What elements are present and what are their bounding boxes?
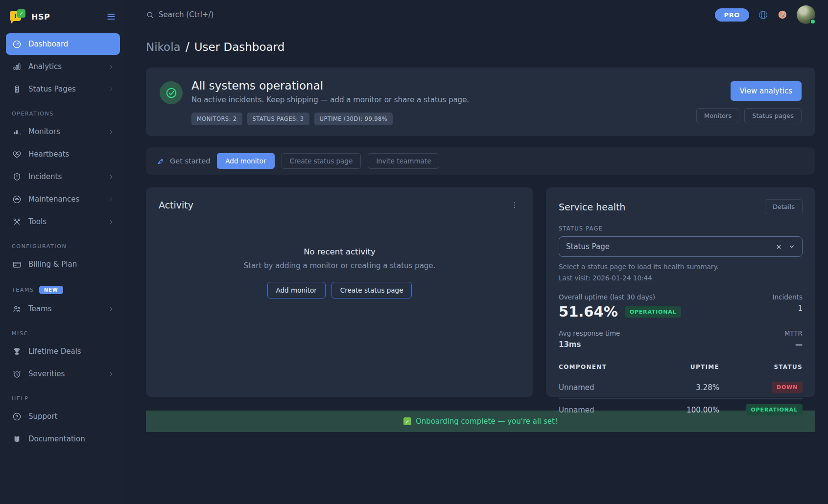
traffic-light-icon <box>12 84 22 94</box>
sidebar-item-support[interactable]: Support <box>6 406 120 427</box>
service-health-card: Service health Details STATUS PAGE Statu… <box>546 187 815 397</box>
sidebar-item-label: Support <box>28 412 57 421</box>
operational-status-badge: OPERATIONAL <box>746 404 803 415</box>
gauge-icon <box>12 39 22 49</box>
search-icon <box>146 11 154 19</box>
sidebar-item-lifetime-deals[interactable]: Lifetime Deals <box>6 341 120 362</box>
sidebar-item-dashboard[interactable]: Dashboard <box>6 33 120 55</box>
open-book-icon <box>12 434 22 444</box>
get-started-bar: Get started Add monitor Create status pa… <box>146 147 815 175</box>
sidebar: ! ✓ HSP Dashboard Analytics Status Pages <box>0 0 126 504</box>
component-cell: Unnamed <box>559 383 636 392</box>
add-monitor-button[interactable]: Add monitor <box>217 153 274 169</box>
incidents-label: Incidents <box>773 293 803 301</box>
breadcrumb: Nikola / User Dashboard <box>146 40 815 54</box>
create-status-page-button[interactable]: Create status page <box>282 153 361 169</box>
details-button[interactable]: Details <box>765 199 803 214</box>
monitors-button[interactable]: Monitors <box>696 108 739 123</box>
uptime-header: UPTIME <box>636 364 719 370</box>
onboarding-banner-text: Onboarding complete — you're all set! <box>416 417 558 426</box>
sidebar-item-heartbeats[interactable]: Heartbeats <box>6 143 120 165</box>
content: Nikola / User Dashboard All systems oper… <box>126 29 828 432</box>
pro-badge[interactable]: PRO <box>715 8 749 22</box>
view-analytics-button[interactable]: View analytics <box>731 81 802 101</box>
sidebar-item-documentation[interactable]: Documentation <box>6 428 120 450</box>
sidebar-item-severities[interactable]: Severities <box>6 363 120 385</box>
check-circle-icon <box>160 81 183 104</box>
sidebar-item-monitors[interactable]: Monitors <box>6 121 120 142</box>
chevron-right-icon <box>108 174 114 180</box>
status-page-select-value: Status Page <box>566 242 610 251</box>
sidebar-section-configuration: CONFIGURATION <box>12 243 114 250</box>
trophy-icon <box>12 346 22 356</box>
sidebar-section-teams: TEAMS NEW <box>12 286 114 294</box>
sidebar-item-tools[interactable]: Tools <box>6 211 120 232</box>
status-pages-count-badge: STATUS PAGES: 3 <box>247 113 309 125</box>
kebab-menu-icon[interactable] <box>509 199 520 211</box>
sidebar-item-label: Dashboard <box>28 40 68 48</box>
table-row[interactable]: Unnamed 100.00% OPERATIONAL <box>559 399 803 421</box>
status-page-field-label: STATUS PAGE <box>559 225 803 232</box>
sidebar-item-label: Maintenances <box>28 195 79 204</box>
clear-selection-icon[interactable] <box>776 244 782 250</box>
down-status-badge: DOWN <box>772 382 803 393</box>
sidebar-item-label: Status Pages <box>28 85 76 93</box>
chevron-right-icon <box>108 371 114 377</box>
uptime-cell: 100.00% <box>636 406 719 414</box>
hero-actions: View analytics Monitors Status pages <box>696 79 802 125</box>
sidebar-section-operations: OPERATIONS <box>12 111 114 117</box>
sidebar-item-analytics[interactable]: Analytics <box>6 56 120 77</box>
operational-status-badge: OPERATIONAL <box>625 306 682 318</box>
main-area: Search (Ctrl+/) PRO Nikola / User Dashbo… <box>126 0 828 504</box>
search-input[interactable]: Search (Ctrl+/) <box>146 10 213 19</box>
globe-icon[interactable] <box>758 10 768 20</box>
uptime-badge: UPTIME (30D): 99.98% <box>314 113 393 125</box>
incidents-metric: Incidents 1 <box>773 293 803 320</box>
last-visit-text: Last visit: 2026-01-24 10:44 <box>559 274 803 282</box>
component-cell: Unnamed <box>559 406 636 414</box>
sidebar-item-teams[interactable]: Teams <box>6 298 120 320</box>
status-page-select[interactable]: Status Page <box>559 236 803 257</box>
uptime-metric: Overall uptime (last 30 days) 51.64% OPE… <box>559 293 681 320</box>
sidebar-section-misc: MISC <box>12 330 114 337</box>
invite-teammate-button[interactable]: Invite teammate <box>368 153 439 169</box>
sidebar-item-label: Teams <box>28 304 51 313</box>
sidebar-item-label: Billing & Plan <box>28 260 77 269</box>
hero-subtitle: No active incidents. Keep shipping — add… <box>191 95 469 104</box>
heart-pulse-icon <box>12 149 22 159</box>
mttr-label: MTTR <box>784 329 803 337</box>
empty-add-monitor-button[interactable]: Add monitor <box>267 282 326 298</box>
sidebar-item-maintenances[interactable]: Maintenances <box>6 188 120 210</box>
chevron-right-icon <box>108 306 114 312</box>
sidebar-item-status-pages[interactable]: Status Pages <box>6 78 120 100</box>
section-label: TEAMS <box>12 287 34 293</box>
chevron-down-icon[interactable] <box>788 243 795 250</box>
empty-create-status-page-button[interactable]: Create status page <box>331 282 412 298</box>
mini-bars-icon <box>12 127 22 137</box>
sidebar-item-label: Tools <box>28 217 47 226</box>
get-started-label: Get started <box>170 157 210 165</box>
service-health-title: Service health <box>559 202 625 212</box>
app-logo-text: HSP <box>31 12 50 22</box>
chevron-right-icon <box>108 129 114 135</box>
hamburger-icon[interactable] <box>106 12 116 22</box>
check-square-icon: ✓ <box>403 417 411 425</box>
breadcrumb-parent[interactable]: Nikola <box>146 41 181 53</box>
logo-row: ! ✓ HSP <box>6 7 120 26</box>
activity-card: Activity No recent activity Start by add… <box>146 187 533 397</box>
table-row[interactable]: Unnamed 3.28% DOWN <box>559 376 803 399</box>
mttr-metric: MTTR — <box>784 329 803 349</box>
sidebar-item-billing[interactable]: Billing & Plan <box>6 253 120 275</box>
page-title: User Dashboard <box>194 41 285 53</box>
status-pages-button[interactable]: Status pages <box>744 108 802 123</box>
user-avatar[interactable] <box>797 5 815 24</box>
alarm-clock-icon <box>12 369 22 379</box>
sidebar-item-incidents[interactable]: Incidents <box>6 166 120 187</box>
section-label: MISC <box>12 330 28 337</box>
rocket-icon <box>157 157 165 165</box>
system-status-card: All systems operational No active incide… <box>146 68 815 136</box>
palette-icon[interactable] <box>777 9 788 20</box>
avg-response-label: Avg response time <box>559 329 620 337</box>
chevron-right-icon <box>108 196 114 203</box>
hard-hat-icon <box>12 194 22 204</box>
